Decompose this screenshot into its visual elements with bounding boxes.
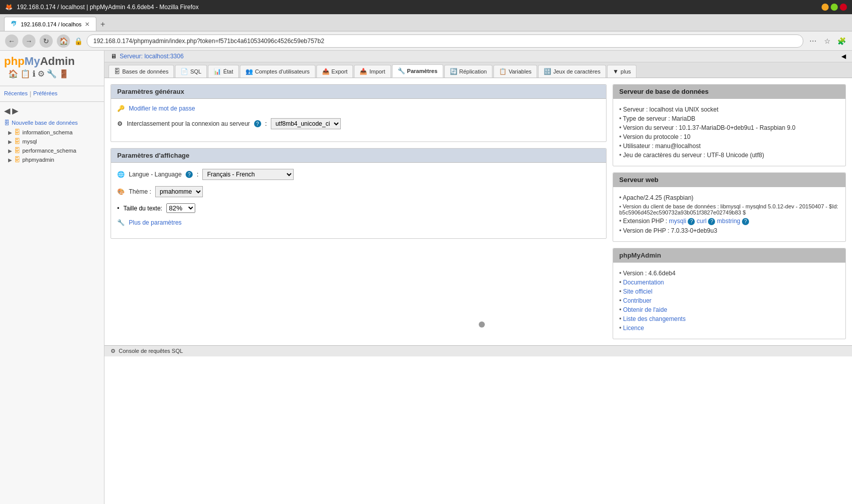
theme-label: Thème :	[129, 188, 151, 195]
docs-icon[interactable]: 📋	[20, 69, 30, 79]
interclassement-icon: ⚙	[117, 120, 123, 127]
new-database-link[interactable]: 🗄 Nouvelle base de données	[0, 118, 104, 128]
db-name-1: information_schema	[22, 129, 73, 135]
browser-tab-active[interactable]: 🐬 192.168.0.174 / localhos ✕	[4, 17, 96, 31]
main-container: phpMyAdmin 🏠 📋 ℹ ⚙ 🔧 🚪 Récentes | Préfér…	[0, 51, 852, 504]
exit-icon[interactable]: 🚪	[59, 69, 69, 79]
tab-parametres[interactable]: 🔧 Paramètres	[392, 64, 443, 78]
langue-help-icon[interactable]: ?	[186, 171, 193, 178]
curl-help[interactable]: ?	[708, 218, 715, 225]
curl-link[interactable]: curl	[697, 218, 706, 225]
sidebar-item-performance-schema[interactable]: ▶ 🗄 performance_schema	[0, 146, 104, 155]
tab-close-button[interactable]: ✕	[85, 21, 90, 28]
minimize-button[interactable]	[822, 4, 829, 11]
info-icon[interactable]: ℹ	[32, 69, 36, 79]
langue-select[interactable]: Français - French English	[202, 169, 294, 180]
tab-etat[interactable]: 📊 État	[208, 65, 239, 78]
taille-row: • Taille du texte: 82% 100% 90%	[117, 203, 600, 213]
home-button[interactable]: 🏠	[57, 34, 70, 48]
obtenir-aide-link[interactable]: Obtenir de l'aide	[623, 306, 667, 313]
reload-button[interactable]: ↻	[40, 34, 53, 48]
nav-icon-1[interactable]: ◀	[4, 106, 10, 116]
serveur-bdd-list: Serveur : localhost via UNIX socket Type…	[619, 105, 839, 160]
logo-my: My	[24, 55, 40, 67]
mysqli-help[interactable]: ?	[688, 218, 695, 225]
back-button[interactable]: ←	[5, 34, 18, 48]
taille-label: Taille du texte:	[123, 205, 162, 212]
tab-plus[interactable]: ▼ plus	[607, 65, 636, 78]
new-db-icon: 🗄	[4, 120, 10, 126]
logo-php: php	[4, 55, 24, 67]
db-icon-2: 🗄	[14, 138, 20, 145]
licence-link[interactable]: Licence	[623, 325, 644, 332]
taille-select[interactable]: 82% 100% 90%	[166, 203, 195, 213]
tab-replication[interactable]: 🔄 Réplication	[444, 65, 492, 78]
tab-label-sql: SQL	[190, 68, 201, 75]
maximize-button[interactable]	[831, 4, 838, 11]
window-title: 192.168.0.174 / localhost | phpMyAdmin 4…	[17, 4, 199, 11]
serveur-web-header: Serveur web	[613, 173, 845, 187]
serveur-bdd-header: Serveur de base de données	[613, 85, 845, 99]
modifier-mdp-link[interactable]: Modifier le mot de passe	[129, 105, 195, 112]
tab-import[interactable]: 📥 Import	[354, 65, 390, 78]
more-options-icon[interactable]: ⋯	[807, 35, 819, 47]
server-link[interactable]: Serveur: localhost:3306	[120, 53, 184, 60]
liste-changements-link[interactable]: Liste des changements	[623, 315, 686, 322]
close-button[interactable]	[840, 4, 847, 11]
tab-icon-replication: 🔄	[450, 68, 457, 75]
interclassement-select[interactable]: utf8mb4_unicode_ci utf8_general_ci latin…	[271, 118, 341, 129]
sidebar-toggle[interactable]: ◀	[841, 53, 846, 60]
home-icon[interactable]: 🏠	[8, 69, 18, 79]
extensions-icon[interactable]: 🧩	[836, 35, 847, 47]
right-panel: Serveur de base de données Serveur : loc…	[613, 84, 846, 339]
tab-variables[interactable]: 📋 Variables	[493, 65, 537, 78]
sql-console[interactable]: ⚙ Console de requêtes SQL	[104, 345, 852, 356]
logo-admin: Admin	[40, 55, 75, 67]
forward-button[interactable]: →	[22, 34, 36, 48]
theme-icon: 🎨	[117, 188, 125, 195]
browser-tabbar: 🐬 192.168.0.174 / localhos ✕ +	[0, 14, 852, 31]
mbstring-help[interactable]: ?	[742, 218, 749, 225]
interclassement-row: ⚙ Interclassement pour la connexion au s…	[117, 118, 600, 129]
sidebar-divider-1	[0, 86, 104, 86]
serveur-web-box: Serveur web Apache/2.4.25 (Raspbian) Ver…	[613, 172, 846, 242]
tab-export[interactable]: 📤 Export	[316, 65, 353, 78]
preferees-link[interactable]: Préférées	[33, 90, 58, 97]
bullet-taille: •	[117, 205, 119, 212]
bdd-item-0: Serveur : localhost via UNIX socket	[619, 105, 839, 114]
serveur-web-content: Apache/2.4.25 (Raspbian) Version du clie…	[613, 187, 845, 241]
mysqli-link[interactable]: mysqli	[669, 218, 686, 225]
parametres-affichage-box: Paramètres d'affichage 🌐 Langue - Langua…	[111, 148, 607, 239]
sidebar-item-phpmyadmin[interactable]: ▶ 🗄 phpmyadmin	[0, 155, 104, 164]
tab-comptes[interactable]: 👥 Comptes d'utilisateurs	[240, 65, 315, 78]
content-area: 🖥 Serveur: localhost:3306 ◀ 🗄 Bases de d…	[104, 51, 852, 504]
bdd-item-1: Type de serveur : MariaDB	[619, 114, 839, 123]
recentes-link[interactable]: Récentes	[4, 90, 27, 97]
tab-icon-parametres: 🔧	[398, 67, 405, 75]
content-wrapper: Paramètres généraux 🔑 Modifier le mot de…	[104, 78, 852, 345]
mbstring-link[interactable]: mbstring	[717, 218, 740, 225]
interclassement-help-icon[interactable]: ?	[254, 120, 261, 127]
firefox-icon: 🦊	[5, 4, 13, 11]
contribuer-link[interactable]: Contribuer	[623, 297, 652, 304]
langue-label: Langue - Language	[129, 171, 182, 178]
tab-bases-de-donnees[interactable]: 🗄 Bases de données	[109, 65, 174, 78]
browser-titlebar: 🦊 192.168.0.174 / localhost | phpMyAdmin…	[0, 0, 852, 14]
tab-label-comptes: Comptes d'utilisateurs	[255, 68, 310, 75]
sidebar-item-information-schema[interactable]: ▶ 🗄 information_schema	[0, 128, 104, 137]
bookmark-icon[interactable]: ☆	[822, 35, 833, 47]
gear-icon[interactable]: 🔧	[47, 69, 57, 79]
theme-select[interactable]: pmahomme original	[155, 186, 203, 197]
documentation-link[interactable]: Documentation	[623, 279, 664, 286]
serveur-bdd-content: Serveur : localhost via UNIX socket Type…	[613, 99, 845, 166]
nav-icon-2[interactable]: ▶	[12, 106, 18, 116]
settings-icon[interactable]: ⚙	[38, 69, 45, 79]
new-tab-button[interactable]: +	[96, 18, 109, 31]
modifier-mdp-row: 🔑 Modifier le mot de passe	[117, 105, 600, 112]
tab-jeux[interactable]: 🔠 Jeux de caractères	[538, 65, 606, 78]
plus-params-link[interactable]: Plus de paramètres	[129, 219, 182, 226]
address-bar[interactable]	[87, 34, 803, 48]
tab-sql[interactable]: 📄 SQL	[175, 65, 207, 78]
sidebar-item-mysql[interactable]: ▶ 🗄 mysql	[0, 137, 104, 146]
site-officiel-link[interactable]: Site officiel	[623, 288, 653, 295]
